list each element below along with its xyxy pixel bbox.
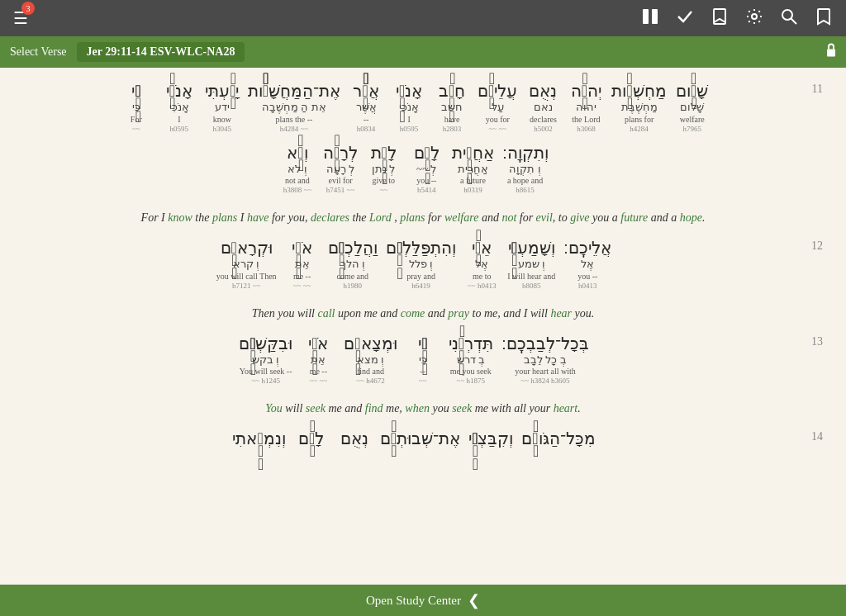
- hebrew-word[interactable]: יְהוָ֔ה יהוה the Lord h3068: [565, 79, 606, 135]
- hebrew-word[interactable]: כִּ֣י כִּי For ~~: [116, 79, 157, 135]
- hebrew-word[interactable]: וּבִקַּשְׁתֶּ֥ם וְ בקש You will seek -- …: [235, 332, 296, 387]
- hebrew-word[interactable]: אַחֲרִ֖ית אַחֲרִית a future h0319: [449, 141, 497, 197]
- hebrew-word[interactable]: אֹתִ֑י אֵת me -- ~~ ~~: [282, 236, 323, 291]
- hebrew-word[interactable]: לָתֵ֤ת לְ נתן give to ~~: [363, 141, 404, 197]
- hebrew-word[interactable]: לְרָעָ֔ה לְ רָעָה evil for h7451 ~~: [320, 141, 361, 197]
- hebrew-word[interactable]: מִכָּל־הַגֹּויִ֗ם: [518, 427, 598, 450]
- verse-number-14: 14: [811, 424, 823, 443]
- verse-12-hebrew: אֲלֵיכֶֽם׃ אֶל you -- h0413 וְשָׁמַעְתִּ…: [17, 233, 811, 295]
- top-navigation: ☰ 3: [0, 0, 846, 36]
- lock-icon: [823, 42, 839, 63]
- hebrew-word[interactable]: נְאֻם נאם declares h5002: [522, 79, 563, 135]
- verse-13-english: You will seek me and find me, when you s…: [17, 393, 829, 424]
- hebrew-word[interactable]: וְקִבַּצְתִּ֣י: [465, 427, 516, 450]
- bookmark-icon[interactable]: [815, 7, 833, 30]
- hamburger-menu[interactable]: ☰ 3: [13, 8, 28, 28]
- select-verse-button[interactable]: Select Verse: [10, 45, 67, 59]
- hebrew-word[interactable]: בְּכָל־לְבַבְכֶֽם׃ בְ כָל לֵבָב your hea…: [498, 332, 592, 387]
- verse-12-row1: אֲלֵיכֶֽם׃ אֶל you -- h0413 וְשָׁמַעְתִּ…: [17, 233, 811, 295]
- hebrew-word[interactable]: אֲלֵיכֶֽם׃ אֶל you -- h0413: [560, 236, 615, 291]
- hebrew-word[interactable]: שָׁלֹ֑ום שָׁלֹום welfare h7965: [672, 79, 713, 135]
- verse-bar: Select Verse Jer 29:11-14 ESV-WLC-NA28: [0, 36, 846, 68]
- verse-14-hebrew: מִכָּל־הַגֹּויִ֗ם וְקִבַּצְתִּ֣י אֶת־שְׁ…: [17, 424, 811, 453]
- verse-11-english: For I know the plans I have for you, dec…: [17, 202, 829, 233]
- nav-left: ☰ 3: [13, 8, 28, 28]
- verse-14-row1: מִכָּל־הַגֹּויִ֗ם וְקִבַּצְתִּ֣י אֶת־שְׁ…: [17, 424, 811, 453]
- verse-12-block: אֲלֵיכֶֽם׃ אֶל you -- h0413 וְשָׁמַעְתִּ…: [17, 233, 829, 295]
- hebrew-word[interactable]: וְלֹ֥א וְ לֹא not and h3808 ~~: [277, 141, 318, 197]
- verse-number-11: 11: [812, 76, 823, 96]
- svg-rect-1: [652, 9, 658, 24]
- hebrew-word[interactable]: וּמְצָאתֶ֣ם וְ מצא find and ~~ h4672: [340, 332, 400, 387]
- verse-reference: Jer 29:11-14 ESV-WLC-NA28: [77, 42, 245, 62]
- verse-13-block: בְּכָל־לְבַבְכֶֽם׃ בְ כָל לֵבָב your hea…: [17, 329, 829, 391]
- hebrew-word[interactable]: וְנִמְצֵ֣אתִי: [229, 427, 288, 450]
- svg-point-3: [752, 14, 757, 19]
- verse-11-block: שָׁלֹ֑ום שָׁלֹום welfare h7965 מַחְשְׁבֹ…: [17, 76, 829, 199]
- hebrew-word[interactable]: אֶת־שְׁבוּתְכֶ֔ם: [377, 427, 463, 450]
- hebrew-word[interactable]: אֶת־הַמַּחֲשָׁבֹ֗ות אֵת הַ מַחְשֶׁבָה pl…: [245, 79, 344, 135]
- hebrew-word[interactable]: וְתִקְוָֽה׃ וְ תִקְוָה a hope and h8615: [499, 141, 552, 197]
- verse-11-hebrew: שָׁלֹ֑ום שָׁלֹום welfare h7965 מַחְשְׁבֹ…: [17, 76, 812, 199]
- hebrew-word[interactable]: לָכֶ֔ם: [291, 427, 332, 450]
- hebrew-word[interactable]: חָשַׁ֣ב חשב have h2803: [431, 79, 473, 135]
- columns-icon[interactable]: [641, 7, 659, 30]
- hebrew-word[interactable]: תִּדְרְשֻׁ֖נִי בְ דרש me you seek ~~ h18…: [445, 332, 497, 387]
- svg-line-5: [791, 18, 797, 24]
- verse-11-row1: שָׁלֹ֑ום שָׁלֹום welfare h7965 מַחְשְׁבֹ…: [17, 76, 812, 138]
- bottom-arrow-icon[interactable]: ❮: [468, 591, 480, 609]
- verse-13-hebrew: בְּכָל־לְבַבְכֶֽם׃ בְ כָל לֵבָב your hea…: [17, 329, 811, 391]
- hebrew-word[interactable]: נְאֻם: [334, 427, 375, 450]
- hebrew-word[interactable]: אָנֹכִ֣י אָנֹכִי I h0595: [388, 79, 430, 135]
- hebrew-word[interactable]: וְשָׁמַעְתִּ֖י וְ שמע I will hear and h8…: [504, 236, 558, 291]
- verse-12-english: Then you will call upon me and come and …: [17, 298, 829, 329]
- verse-number-13: 13: [811, 329, 823, 348]
- svg-rect-0: [643, 9, 649, 24]
- hebrew-word[interactable]: כִּ֥י כִּי -- ~~: [402, 332, 444, 387]
- hebrew-word[interactable]: יָדַ֗עְתִּי ידע know h3045: [202, 79, 243, 135]
- verse-number-12: 12: [811, 233, 823, 253]
- bookmark-ribbon-icon[interactable]: [711, 7, 729, 30]
- svg-rect-6: [827, 50, 835, 57]
- open-study-center-label: Open Study Center: [366, 594, 461, 608]
- hebrew-word[interactable]: וַהֲלַכְתֶּ֤ם וְ הלך come and h1980: [325, 236, 381, 291]
- main-content: שָׁלֹ֑ום שָׁלֹום welfare h7965 מַחְשְׁבֹ…: [0, 68, 846, 585]
- checkmark-icon[interactable]: [676, 7, 694, 30]
- hebrew-word[interactable]: אֲשֶׁ֨ר אֲשֶׁר -- h0834: [345, 79, 387, 135]
- hebrew-word[interactable]: וְהִתְפַּלַּלְתֶּ֣ם וְ פלל pray and h641…: [383, 236, 459, 291]
- verse-11-row2: וְתִקְוָֽה׃ וְ תִקְוָה a hope and h8615 …: [17, 138, 812, 200]
- verse-13-row1: בְּכָל־לְבַבְכֶֽם׃ בְ כָל לֵבָב your hea…: [17, 329, 811, 391]
- nav-icons: [641, 7, 833, 30]
- hebrew-word[interactable]: לָכֶ֥ם לְ ~~ you -- h5414: [406, 141, 447, 197]
- notification-badge: 3: [21, 2, 35, 15]
- gear-icon[interactable]: [745, 7, 763, 30]
- hebrew-word[interactable]: אֹתִ֑י אֵת me -- ~~ ~~: [297, 332, 339, 387]
- hebrew-word[interactable]: אָנֹכִ֞י אָנֹכִי I h0595: [159, 79, 200, 135]
- svg-point-4: [782, 10, 792, 20]
- hebrew-word[interactable]: מַחְשְׁבֹ֖ות מַחְשֶׁבֶת plans for h4284: [608, 79, 669, 135]
- bottom-bar: Open Study Center ❮: [0, 585, 846, 616]
- hebrew-word[interactable]: אֵלַ֔י אֶל me to ~~ h0413: [461, 236, 502, 291]
- hebrew-word[interactable]: וּקְרָאתֶ֥ם וְ קרא you will call Then h7…: [213, 236, 280, 291]
- search-icon[interactable]: [780, 7, 798, 30]
- hebrew-word[interactable]: עֲלֵיכֶ֔ם עַל you for ~~ ~~: [474, 79, 520, 135]
- verse-14-block: מִכָּל־הַגֹּויִ֗ם וְקִבַּצְתִּ֣י אֶת־שְׁ…: [17, 424, 829, 453]
